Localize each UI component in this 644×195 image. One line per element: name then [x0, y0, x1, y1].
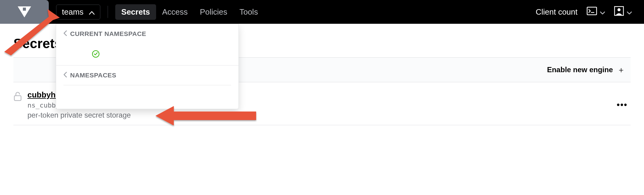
engine-description: per-token private secret storage — [27, 111, 611, 119]
dropdown-current-value: teams/ — [63, 49, 88, 58]
dropdown-namespaces-header[interactable]: NAMESPACES — [63, 72, 231, 79]
chevron-down-icon — [627, 7, 632, 17]
engine-row-menu[interactable]: ••• — [617, 100, 631, 110]
user-icon — [614, 6, 624, 18]
enable-new-engine-button[interactable]: Enable new engine ＋ — [547, 65, 625, 75]
vault-logo-icon — [18, 6, 31, 17]
nav-policies[interactable]: Policies — [194, 4, 234, 20]
nav-access[interactable]: Access — [156, 4, 194, 20]
chevron-down-icon — [600, 7, 605, 17]
svg-rect-0 — [587, 7, 597, 15]
plus-icon: ＋ — [617, 65, 625, 75]
dropdown-namespaces-label: NAMESPACES — [70, 72, 116, 79]
nav-tools[interactable]: Tools — [233, 4, 264, 20]
check-circle-icon — [92, 50, 99, 58]
namespace-picker[interactable]: teams — [56, 5, 100, 20]
chevron-left-icon — [63, 72, 67, 79]
dropdown-current-label: CURRENT NAMESPACE — [70, 30, 146, 37]
chevron-left-icon — [63, 30, 67, 37]
chevron-up-icon — [89, 7, 95, 17]
nav-secrets[interactable]: Secrets — [115, 4, 156, 20]
dropdown-current-value-row[interactable]: teams/ — [56, 44, 238, 65]
unlock-icon — [13, 91, 22, 102]
console-menu[interactable] — [587, 7, 605, 17]
namespace-picker-label: teams — [62, 7, 84, 17]
nav-right: Client count — [536, 4, 644, 20]
namespace-dropdown: CURRENT NAMESPACE teams/ NAMESPACES Mana… — [56, 24, 239, 109]
top-nav: teams Secrets Access Policies Tools Clie… — [0, 0, 644, 24]
vault-logo[interactable] — [0, 0, 49, 24]
dropdown-namespaces-section: NAMESPACES — [56, 66, 238, 85]
terminal-icon — [587, 7, 597, 17]
user-menu[interactable] — [614, 6, 632, 18]
manage-namespaces-link[interactable]: Manage namespaces — [63, 85, 231, 109]
client-count-link[interactable]: Client count — [536, 4, 578, 20]
nav-divider — [108, 6, 108, 18]
enable-new-engine-label: Enable new engine — [547, 66, 613, 74]
dropdown-current-section: CURRENT NAMESPACE — [56, 24, 238, 44]
svg-point-3 — [617, 8, 621, 11]
dropdown-current-header[interactable]: CURRENT NAMESPACE — [63, 30, 231, 37]
svg-rect-4 — [14, 96, 21, 101]
